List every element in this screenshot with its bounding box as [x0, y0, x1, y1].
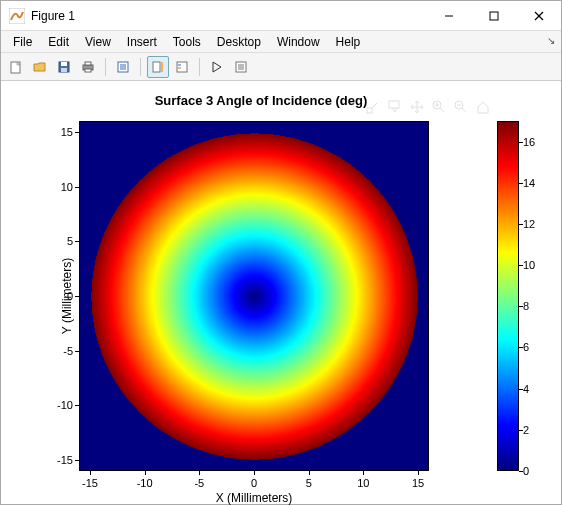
edit-plot-button[interactable] — [206, 56, 228, 78]
x-tick-label: 10 — [348, 477, 378, 489]
toolbar — [1, 53, 561, 81]
insert-colorbar-button[interactable] — [147, 56, 169, 78]
zoom-in-icon[interactable] — [431, 99, 447, 118]
x-axis-label: X (Millimeters) — [79, 491, 429, 505]
x-tick-label: -5 — [184, 477, 214, 489]
insert-legend-button[interactable] — [171, 56, 193, 78]
y-tick-label: 15 — [33, 126, 73, 138]
x-tick-label: -10 — [130, 477, 160, 489]
heatmap-surface[interactable] — [79, 121, 429, 471]
menu-edit[interactable]: Edit — [40, 33, 77, 51]
pan-icon[interactable] — [409, 99, 425, 118]
toolbar-separator — [140, 58, 141, 76]
svg-line-29 — [440, 108, 444, 112]
colorbar[interactable]: 0246810121416 — [497, 121, 519, 471]
x-tick-label: -15 — [75, 477, 105, 489]
colorbar-tick-label: 2 — [523, 424, 529, 436]
matlab-figure-icon — [9, 8, 25, 24]
restore-view-icon[interactable] — [475, 99, 491, 118]
brush-icon[interactable] — [365, 99, 381, 118]
open-property-inspector-button[interactable] — [230, 56, 252, 78]
menu-view[interactable]: View — [77, 33, 119, 51]
svg-rect-2 — [490, 12, 498, 20]
axes[interactable]: -15-10-5051015-15-10-5051015 — [79, 121, 429, 471]
colorbar-tick-label: 4 — [523, 383, 529, 395]
menu-help[interactable]: Help — [328, 33, 369, 51]
y-tick-label: -5 — [33, 345, 73, 357]
y-tick-label: 10 — [33, 181, 73, 193]
menu-file[interactable]: File — [5, 33, 40, 51]
y-tick-label: 5 — [33, 235, 73, 247]
window-title: Figure 1 — [31, 9, 426, 23]
close-button[interactable] — [516, 1, 561, 30]
maximize-button[interactable] — [471, 1, 516, 30]
svg-rect-14 — [153, 62, 160, 72]
save-button[interactable] — [53, 56, 75, 78]
svg-line-24 — [371, 103, 377, 109]
colorbar-gradient — [497, 121, 519, 471]
colorbar-tick-label: 16 — [523, 136, 535, 148]
svg-rect-25 — [389, 101, 399, 108]
y-tick-label: -15 — [33, 454, 73, 466]
svg-rect-15 — [161, 62, 163, 72]
print-button[interactable] — [77, 56, 99, 78]
new-figure-button[interactable] — [5, 56, 27, 78]
y-tick-label: 0 — [33, 290, 73, 302]
zoom-out-icon[interactable] — [453, 99, 469, 118]
menu-tools[interactable]: Tools — [165, 33, 209, 51]
titlebar: Figure 1 — [1, 1, 561, 31]
minimize-button[interactable] — [426, 1, 471, 30]
colorbar-tick-label: 8 — [523, 300, 529, 312]
menu-desktop[interactable]: Desktop — [209, 33, 269, 51]
x-tick-label: 0 — [239, 477, 269, 489]
colorbar-tick-label: 10 — [523, 259, 535, 271]
toolbar-separator — [199, 58, 200, 76]
link-plot-button[interactable] — [112, 56, 134, 78]
svg-rect-8 — [61, 68, 67, 72]
svg-rect-13 — [120, 64, 126, 70]
svg-rect-16 — [177, 62, 187, 72]
svg-line-32 — [462, 108, 466, 112]
figure-window: Figure 1 File Edit View Insert Tools Des… — [0, 0, 562, 505]
svg-rect-7 — [61, 62, 67, 66]
rollup-icon[interactable]: ↘ — [547, 35, 555, 46]
svg-rect-10 — [85, 62, 91, 65]
x-tick-label: 15 — [403, 477, 433, 489]
x-tick-label: 5 — [294, 477, 324, 489]
menubar: File Edit View Insert Tools Desktop Wind… — [1, 31, 561, 53]
menu-insert[interactable]: Insert — [119, 33, 165, 51]
plot-area: Surface 3 Angle of Incidence (deg) Y (Mi… — [1, 81, 561, 504]
colorbar-tick-label: 12 — [523, 218, 535, 230]
y-tick-label: -10 — [33, 399, 73, 411]
axes-toolbar — [365, 99, 491, 118]
colorbar-tick-label: 6 — [523, 341, 529, 353]
colorbar-tick-label: 0 — [523, 465, 529, 477]
menu-window[interactable]: Window — [269, 33, 328, 51]
colorbar-tick-label: 14 — [523, 177, 535, 189]
open-button[interactable] — [29, 56, 51, 78]
toolbar-separator — [105, 58, 106, 76]
datatip-icon[interactable] — [387, 99, 403, 118]
svg-rect-11 — [85, 69, 91, 72]
